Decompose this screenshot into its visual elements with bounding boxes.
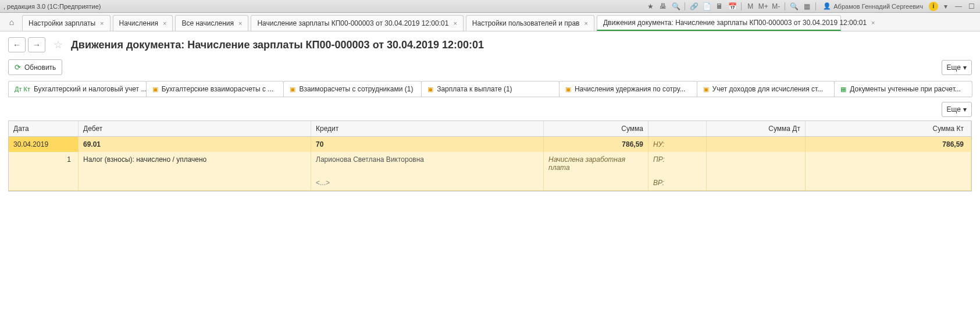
close-icon[interactable]: × <box>453 20 457 27</box>
th-credit[interactable]: Кредит <box>311 121 544 136</box>
tab-user-rights[interactable]: Настройки пользователей и прав× <box>466 15 594 31</box>
tab-accruals[interactable]: Начисления× <box>113 15 173 31</box>
user-name: Абрамов Геннадий Сергеевич <box>833 3 923 10</box>
main-tabs: ⌂ Настройки зарплаты× Начисления× Все на… <box>0 13 980 31</box>
cell-credit-detail: Ларионова Светлана Викторовна <box>311 152 544 175</box>
inner-more-button[interactable]: Еще ▾ <box>942 102 972 117</box>
minimize-icon[interactable]: — <box>953 1 964 12</box>
register-icon: ▣ <box>703 86 709 93</box>
link-icon[interactable]: 🔗 <box>689 1 699 12</box>
register-icon: ▣ <box>427 86 433 93</box>
star-icon[interactable]: ★ <box>645 1 655 12</box>
th-sub <box>648 121 707 136</box>
cell-sum-kt: 786,59 <box>806 137 971 152</box>
sub-tabs: Дт КтБухгалтерский и налоговый учет ... … <box>8 81 972 97</box>
th-sum[interactable]: Сумма <box>544 121 648 136</box>
th-sum-dt[interactable]: Сумма Дт <box>707 121 806 136</box>
refresh-icon: ⟳ <box>15 63 21 72</box>
subtab-docs-calc[interactable]: ▦Документы учтенные при расчет... <box>834 81 972 97</box>
cell-sum-note: Начислена заработная плата <box>544 152 648 175</box>
cell-sublabel: НУ: <box>648 137 707 152</box>
th-date[interactable]: Дата <box>9 121 79 136</box>
subtab-mutual-emp[interactable]: ▣Взаиморасчеты с сотрудниками (1) <box>283 81 422 97</box>
close-icon[interactable]: × <box>238 20 242 27</box>
table-row[interactable]: 1 Налог (взносы): начислено / уплачено Л… <box>9 152 971 175</box>
th-sum-kt[interactable]: Сумма Кт <box>806 121 971 136</box>
cell-sublabel: ВР: <box>648 175 707 190</box>
cell-debit: 69.01 <box>79 137 311 152</box>
user-block[interactable]: 👤 Абрамов Геннадий Сергеевич <box>823 2 923 10</box>
chevron-down-icon: ▾ <box>963 105 967 114</box>
subtab-salary-pay[interactable]: ▣Зарплата к выплате (1) <box>421 81 560 97</box>
close-icon[interactable]: × <box>100 20 104 27</box>
page-title: Движения документа: Начисление зарплаты … <box>71 39 484 51</box>
tab-accrual-doc[interactable]: Начисление зарплаты КП00-000003 от 30.04… <box>251 15 463 31</box>
tab-settings-salary[interactable]: Настройки зарплаты× <box>22 15 111 31</box>
cell-credit: 70 <box>311 137 544 152</box>
more-button[interactable]: Еще ▾ <box>942 60 972 75</box>
th-debit[interactable]: Дебет <box>79 121 311 136</box>
refresh-button[interactable]: ⟳ Обновить <box>8 59 62 75</box>
data-table: Дата Дебет Кредит Сумма Сумма Дт Сумма К… <box>8 120 972 192</box>
search-icon[interactable]: 🔍 <box>671 1 681 12</box>
cell-sum-dt <box>707 137 806 152</box>
titlebar-icons: ★ 🖶 🔍 🔗 📄 🖩 📅 M M+ M- 🔍 ▦ 👤 Абрамов Генн… <box>645 1 977 12</box>
tab-doc-movements[interactable]: Движения документа: Начисление зарплаты … <box>597 15 841 31</box>
cell-debit-detail: Налог (взносы): начислено / уплачено <box>79 152 311 175</box>
user-icon: 👤 <box>823 2 831 10</box>
m-plus-button[interactable]: M+ <box>758 1 768 12</box>
window-titlebar: , редакция 3.0 (1С:Предприятие) ★ 🖶 🔍 🔗 … <box>0 0 980 13</box>
table-header: Дата Дебет Кредит Сумма Сумма Дт Сумма К… <box>9 120 971 137</box>
table-row[interactable]: <...> ВР: <box>9 175 971 191</box>
cell-date: 30.04.2019 <box>9 137 79 152</box>
cell-sum: 786,59 <box>544 137 648 152</box>
zoom-icon[interactable]: 🔍 <box>789 1 799 12</box>
close-icon[interactable]: × <box>871 19 875 26</box>
cell-rownum: 1 <box>9 152 79 175</box>
toolbar: ⟳ Обновить Еще ▾ <box>0 57 980 81</box>
cell-sublabel: ПР: <box>648 152 707 175</box>
cell-credit-more: <...> <box>311 175 544 190</box>
tab-all-accruals[interactable]: Все начисления× <box>175 15 248 31</box>
m-minus-button[interactable]: M- <box>771 1 781 12</box>
window-title: , редакция 3.0 (1С:Предприятие) <box>3 3 101 10</box>
dropdown-icon[interactable]: ▾ <box>940 1 951 12</box>
subtab-mutual-acc[interactable]: ▣Бухгалтерские взаиморасчеты с ... <box>146 81 284 97</box>
home-button[interactable]: ⌂ <box>3 14 20 30</box>
inner-toolbar: Еще ▾ <box>0 97 980 120</box>
register-icon: ▣ <box>565 86 571 93</box>
subtab-income-calc[interactable]: ▣Учет доходов для исчисления ст... <box>697 81 835 97</box>
favorite-star-icon[interactable]: ☆ <box>54 38 63 51</box>
maximize-icon[interactable]: ☐ <box>966 1 977 12</box>
print-icon[interactable]: 🖶 <box>658 1 668 12</box>
table-row[interactable]: 30.04.2019 69.01 70 786,59 НУ: 786,59 <box>9 137 971 152</box>
register-icon: ▣ <box>152 86 158 93</box>
back-button[interactable]: ← <box>8 37 26 52</box>
table-icon: ▦ <box>840 86 846 93</box>
register-icon: ▣ <box>290 86 295 93</box>
info-icon[interactable]: i <box>929 2 938 11</box>
forward-button[interactable]: → <box>28 37 45 52</box>
grid-icon[interactable]: ▦ <box>801 1 812 12</box>
doc-icon[interactable]: 📄 <box>701 1 712 12</box>
close-icon[interactable]: × <box>163 20 166 27</box>
page-header: ← → ☆ Движения документа: Начисление зар… <box>0 31 980 57</box>
m-button[interactable]: M <box>745 1 756 12</box>
close-icon[interactable]: × <box>584 20 587 27</box>
calendar-icon[interactable]: 📅 <box>727 1 737 12</box>
chevron-down-icon: ▾ <box>963 63 967 72</box>
subtab-accrual-ded[interactable]: ▣Начисления удержания по сотру... <box>559 81 697 97</box>
subtab-accounting[interactable]: Дт КтБухгалтерский и налоговый учет ... <box>8 81 147 97</box>
dtkt-icon: Дт Кт <box>15 86 30 93</box>
calc-icon[interactable]: 🖩 <box>714 1 725 12</box>
